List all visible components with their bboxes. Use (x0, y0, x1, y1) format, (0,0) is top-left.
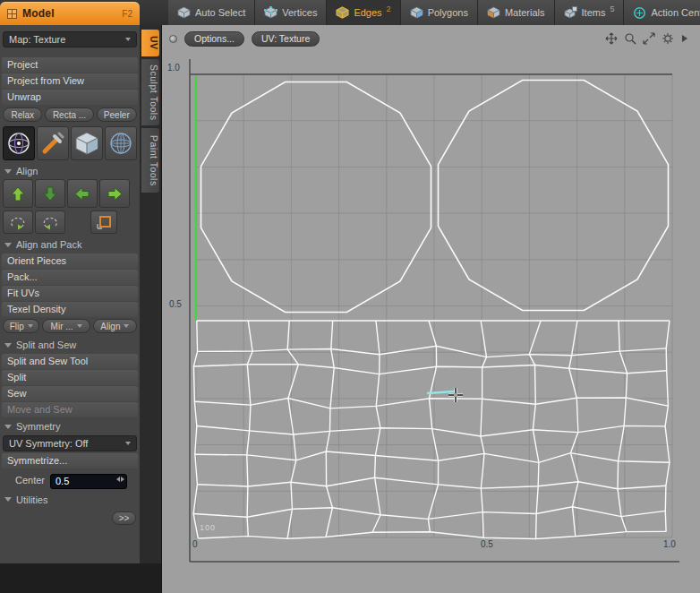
projection-command-list: Project Project from View Unwrap (2, 57, 138, 105)
model-tab-label: Model (22, 7, 116, 20)
button-label: >> (119, 513, 130, 523)
button-label: Flip (10, 322, 24, 331)
flyout-arrow-icon[interactable] (680, 33, 689, 44)
layout-grid-icon (7, 9, 17, 19)
axis-label-v-mid: 0.5 (169, 299, 182, 309)
spinner-right-icon (121, 477, 124, 482)
tab-label: Action Center (651, 7, 700, 18)
tab-auto-select[interactable]: Auto Select (168, 0, 255, 25)
rotate-ccw-icon (8, 214, 28, 230)
viewport-nav-icons (605, 32, 689, 45)
section-header-align[interactable]: Align (0, 164, 140, 178)
cube-project-tool-button[interactable] (71, 126, 103, 160)
tab-materials[interactable]: Materials (478, 0, 555, 25)
rectangle-button[interactable]: Recta ... (45, 107, 93, 122)
axis-label-u-right: 1.0 (663, 539, 676, 549)
command-pack[interactable]: Pack... (2, 270, 138, 285)
button-label: UV: Texture (261, 33, 310, 44)
tab-action-center[interactable]: Action Center (624, 0, 700, 25)
gear-icon[interactable] (662, 32, 674, 45)
peeler-tool-icon (39, 130, 66, 157)
command-sew[interactable]: Sew (2, 386, 138, 401)
options-button[interactable]: Options... (184, 31, 244, 47)
section-header-utilities[interactable]: Utilities (0, 493, 140, 507)
resolution-watermark: 100 (200, 523, 216, 532)
mirror-dropdown[interactable]: Mir ... (42, 319, 90, 333)
tab-label: Paint Tools (149, 135, 159, 186)
tab-uv[interactable]: UV (141, 30, 159, 56)
align-left-button[interactable] (67, 179, 98, 208)
align-pack-command-list: Orient Pieces Pack... Fit UVs Texel Dens… (2, 254, 138, 317)
uv-sphere-project-tool-button[interactable] (3, 126, 35, 160)
panel-expand-button[interactable]: >> (112, 511, 136, 525)
arrow-left-icon (74, 186, 90, 202)
command-split-and-sew-tool[interactable]: Split and Sew Tool (2, 354, 138, 369)
section-label: Split and Sew (16, 339, 76, 350)
spinner-left-icon (116, 477, 120, 482)
axis-label-u-mid: 0.5 (481, 539, 493, 549)
section-header-split-and-sew[interactable]: Split and Sew (0, 338, 140, 352)
command-split[interactable]: Split (2, 370, 138, 385)
align-arrows-row (3, 179, 137, 208)
rotate-cw-button[interactable] (35, 211, 65, 234)
items-badge: 5 (610, 4, 614, 13)
orient-rect-button[interactable] (90, 211, 117, 234)
viewport-widget-dot-icon[interactable] (169, 35, 177, 43)
tab-edges[interactable]: Edges 2 (327, 0, 400, 25)
edges-badge: 2 (387, 4, 391, 13)
align-dropdown[interactable]: Align (93, 319, 137, 333)
fit-view-icon[interactable] (643, 32, 655, 45)
uv-canvas[interactable] (162, 25, 700, 593)
section-label: Utilities (16, 494, 47, 505)
tab-paint-tools[interactable]: Paint Tools (141, 128, 159, 193)
section-header-symmetry[interactable]: Symmetry (0, 419, 140, 434)
tab-sculpt-tools[interactable]: Sculpt Tools (141, 59, 159, 125)
sphere-project-tool-button[interactable] (105, 126, 137, 160)
command-texel-density[interactable]: Texel Density (2, 302, 138, 317)
pan-icon[interactable] (605, 32, 618, 45)
vertices-cube-icon (264, 6, 277, 19)
command-project-from-view[interactable]: Project from View (2, 73, 138, 89)
tab-model[interactable]: Model F2 (0, 2, 140, 25)
relax-tool-row: Relax Recta ... Peeler (3, 107, 137, 122)
chevron-down-icon (124, 324, 129, 328)
button-label: Peeler (104, 110, 130, 120)
command-fit-uvs[interactable]: Fit UVs (2, 286, 138, 301)
tab-label: UV (149, 36, 159, 50)
rotate-cw-icon (40, 214, 60, 230)
align-right-button[interactable] (99, 179, 130, 208)
uv-texture-map-button[interactable]: UV: Texture (252, 31, 320, 47)
command-symmetrize[interactable]: Symmetrize... (2, 453, 138, 468)
uv-map-selector[interactable]: Map: Texture (3, 31, 137, 47)
flip-dropdown[interactable]: Flip (3, 319, 39, 333)
polygons-cube-icon (410, 6, 423, 19)
arrow-down-icon (42, 186, 58, 202)
tab-polygons[interactable]: Polygons (401, 0, 478, 25)
split-sew-command-list: Split and Sew Tool Split Sew Move and Se… (2, 354, 138, 417)
chevron-down-icon (77, 324, 82, 328)
transform-dropdown-row: Flip Mir ... Align (3, 319, 137, 333)
section-header-align-and-pack[interactable]: Align and Pack (0, 237, 140, 252)
command-unwrap[interactable]: Unwrap (2, 90, 138, 105)
zoom-icon[interactable] (624, 32, 636, 45)
command-project[interactable]: Project (2, 57, 138, 73)
peeler-button[interactable]: Peeler (97, 107, 137, 122)
value-spinner[interactable] (116, 477, 124, 482)
relax-button[interactable]: Relax (3, 107, 42, 122)
tab-items[interactable]: Items 5 (555, 0, 625, 25)
align-down-button[interactable] (35, 179, 65, 208)
chevron-down-icon (125, 442, 131, 445)
rotate-ccw-button[interactable] (3, 211, 33, 234)
command-orient-pieces[interactable]: Orient Pieces (2, 254, 138, 269)
uv-symmetry-selector-value: UV Symmetry: Off (9, 438, 88, 449)
selection-mode-tabs: Auto Select Vertices Edges 2 Polygons Ma… (168, 0, 700, 25)
align-up-button[interactable] (3, 179, 33, 208)
edges-cube-icon (336, 6, 349, 19)
uv-peeler-tool-button[interactable] (37, 126, 69, 160)
tab-label: Sculpt Tools (149, 64, 159, 120)
uv-symmetry-selector[interactable]: UV Symmetry: Off (3, 435, 137, 451)
cube-icon (73, 130, 100, 157)
auto-select-cube-icon (177, 6, 191, 19)
arrow-right-icon (107, 186, 123, 202)
tab-vertices[interactable]: Vertices (255, 0, 327, 25)
